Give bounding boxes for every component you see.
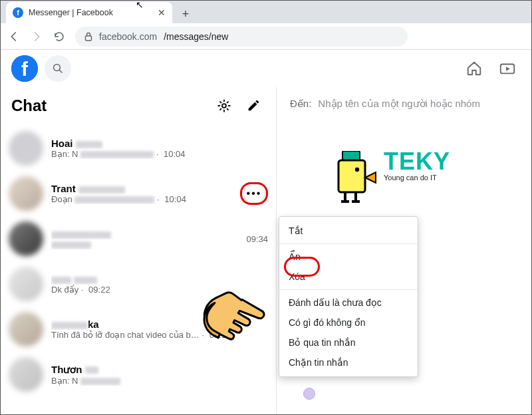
chat-preview: Tính đã bỏ lỡ đoạn chat video của b… — [51, 330, 200, 340]
forward-button[interactable] — [30, 30, 43, 43]
more-button[interactable]: ••• — [244, 184, 264, 204]
teky-brand: TEKY — [384, 151, 450, 172]
chat-time: 10:04 — [164, 149, 186, 159]
chat-name: ka — [88, 319, 99, 330]
to-label: Đến: — [290, 98, 311, 110]
reload-button[interactable] — [53, 30, 66, 43]
close-icon[interactable]: ✕ — [158, 7, 166, 18]
svg-rect-0 — [86, 36, 92, 41]
avatar — [9, 357, 43, 392]
menu-separator — [279, 289, 418, 290]
chat-preview: Đoạn — [51, 194, 72, 204]
chat-name: Thươn — [51, 364, 82, 375]
avatar — [9, 312, 43, 346]
new-tab-button[interactable]: + — [176, 5, 195, 23]
chat-preview: Bạn: N — [51, 376, 78, 386]
menu-item-mute[interactable]: Tắt — [279, 221, 418, 241]
facebook-header: f — [1, 50, 531, 87]
facebook-logo[interactable]: f — [11, 55, 38, 82]
url-path: /messages/new — [164, 31, 228, 42]
chat-heading: Chat — [11, 96, 207, 115]
avatar — [9, 221, 43, 256]
avatar — [9, 131, 43, 166]
chat-time: 09:22 — [88, 285, 110, 295]
bird-icon — [333, 151, 380, 204]
tab-title: Messenger | Facebook — [29, 8, 152, 17]
menu-item-block[interactable]: Chặn tin nhắn — [279, 352, 418, 372]
svg-rect-8 — [338, 160, 365, 192]
compose-button[interactable] — [241, 94, 265, 118]
url-host: facebook.com — [99, 31, 157, 42]
lock-icon — [84, 32, 92, 41]
svg-rect-7 — [342, 151, 360, 160]
chat-row[interactable]: 09:34 — [1, 216, 276, 261]
teky-slogan: Young can do IT — [384, 174, 450, 182]
teky-watermark: TEKY Young can do IT — [333, 151, 450, 204]
avatar — [9, 267, 43, 301]
chat-preview: Bạn: N — [51, 149, 78, 159]
favicon: f — [13, 7, 23, 18]
chat-sidebar: Chat Hoai Bạn: N · 10:04 Trant Đo — [1, 87, 277, 415]
menu-item-report[interactable]: Có gì đó không ổn — [279, 313, 418, 333]
svg-text:f: f — [21, 58, 29, 80]
browser-tabstrip: f Messenger | Facebook ✕ ↖ + — [1, 1, 531, 23]
address-bar[interactable]: facebook.com/messages/new — [75, 27, 408, 47]
chat-row[interactable]: Thươn Bạn: N — [1, 352, 276, 397]
home-button[interactable] — [461, 55, 487, 82]
avatar — [9, 176, 43, 211]
mini-avatar — [303, 388, 315, 400]
chat-name: Trant — [51, 183, 76, 194]
menu-separator — [279, 243, 418, 244]
svg-point-6 — [222, 104, 226, 108]
chat-row[interactable]: Hoai Bạn: N · 10:04 — [1, 126, 276, 171]
search-button[interactable] — [45, 55, 71, 82]
menu-item-unread[interactable]: Đánh dấu là chưa đọc — [279, 293, 418, 313]
watch-button[interactable] — [494, 55, 521, 82]
chat-row[interactable]: Trant Đoạn · 10:04 ••• — [1, 171, 276, 216]
menu-item-hide[interactable]: Ẩn — [279, 247, 418, 267]
chat-preview: Dk đấy — [51, 285, 78, 295]
menu-item-delete[interactable]: Xóa — [279, 267, 418, 287]
chat-list: Hoai Bạn: N · 10:04 Trant Đoạn · 10:04 •… — [1, 126, 276, 397]
browser-toolbar: facebook.com/messages/new — [1, 23, 531, 50]
context-menu: Tắt Ẩn Xóa Đánh dấu là chưa đọc Có gì đó… — [279, 216, 418, 377]
svg-rect-12 — [341, 200, 349, 203]
svg-point-9 — [355, 168, 359, 172]
browser-tab[interactable]: f Messenger | Facebook ✕ ↖ — [6, 2, 172, 23]
settings-button[interactable] — [212, 94, 236, 118]
to-input[interactable]: Nhập tên của một người hoặc nhóm — [318, 98, 480, 110]
svg-rect-10 — [344, 192, 346, 202]
chat-time: 09:34 — [246, 234, 268, 244]
back-button[interactable] — [7, 30, 21, 43]
svg-rect-13 — [352, 200, 360, 203]
svg-line-4 — [59, 70, 62, 72]
chat-name: Hoai — [51, 138, 73, 149]
svg-rect-11 — [354, 192, 357, 202]
chat-time: 10:04 — [164, 194, 186, 204]
menu-item-ignore[interactable]: Bỏ qua tin nhắn — [279, 333, 418, 352]
